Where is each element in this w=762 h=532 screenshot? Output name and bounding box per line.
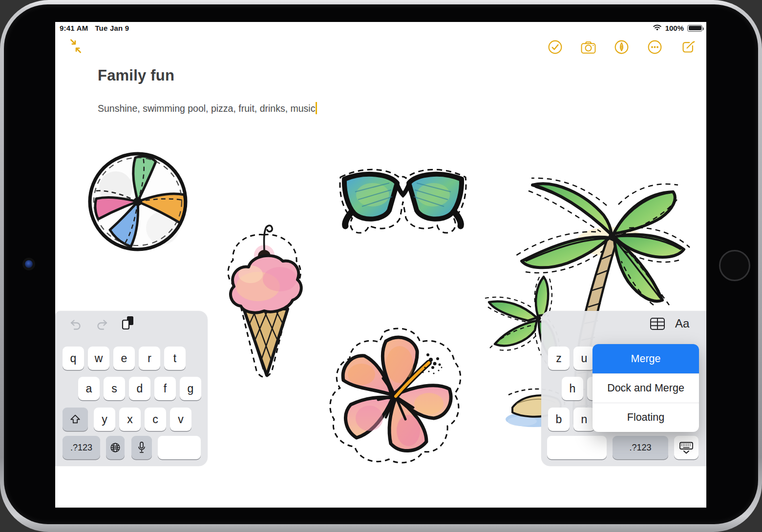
camera-icon[interactable] <box>581 40 596 54</box>
menu-item-floating[interactable]: Floating <box>593 403 699 432</box>
status-date: Tue Jan 9 <box>95 24 129 32</box>
paste-icon[interactable] <box>121 315 135 332</box>
undo-icon[interactable] <box>69 318 83 331</box>
status-bar-left: 9:41 AMTue Jan 9 <box>60 24 129 32</box>
key-d[interactable]: d <box>129 377 150 400</box>
home-button[interactable] <box>719 250 750 281</box>
checklist-icon[interactable] <box>548 40 563 54</box>
key-z[interactable]: z <box>548 347 570 370</box>
key-f[interactable]: f <box>154 377 176 400</box>
keyboard-layout-menu: Merge Dock and Merge Floating <box>593 344 699 432</box>
globe-icon <box>109 441 122 454</box>
key-e[interactable]: e <box>113 347 135 370</box>
note-body-text: Sunshine, swimming pool, pizza, fruit, d… <box>98 103 315 114</box>
sticker-beach-ball[interactable] <box>84 150 192 255</box>
key-c[interactable]: c <box>145 408 166 431</box>
table-icon[interactable] <box>650 317 665 331</box>
sticker-ice-cream-cone[interactable] <box>216 213 314 384</box>
key-w[interactable]: w <box>88 347 109 370</box>
shift-key[interactable] <box>63 408 88 431</box>
text-cursor <box>316 102 317 114</box>
key-a[interactable]: a <box>78 377 100 400</box>
key-q[interactable]: q <box>63 347 84 370</box>
key-y[interactable]: y <box>94 408 115 431</box>
menu-item-dock-and-merge[interactable]: Dock and Merge <box>593 373 699 403</box>
wifi-icon <box>653 23 662 33</box>
key-u[interactable]: u <box>573 347 595 370</box>
format-button[interactable]: Aa <box>675 317 689 330</box>
collapse-note-icon[interactable] <box>68 39 83 54</box>
key-s[interactable]: s <box>104 377 125 400</box>
note-body[interactable]: Sunshine, swimming pool, pizza, fruit, d… <box>98 102 317 114</box>
more-icon[interactable] <box>647 40 662 54</box>
key-x[interactable]: x <box>119 408 141 431</box>
menu-item-merge[interactable]: Merge <box>593 344 699 373</box>
key-n[interactable]: n <box>573 408 595 431</box>
sticker-hibiscus-flower[interactable] <box>326 321 468 467</box>
front-camera <box>25 260 33 268</box>
key-r[interactable]: r <box>139 347 160 370</box>
numbers-key-right[interactable]: .?123 <box>613 436 668 459</box>
redo-icon[interactable] <box>95 318 109 331</box>
dismiss-keyboard-key[interactable] <box>674 436 698 459</box>
key-h[interactable]: h <box>562 377 583 400</box>
keyboard-left-half: q w e r t a s d f g y x c v .?123 <box>55 311 208 466</box>
key-v[interactable]: v <box>170 408 191 431</box>
space-key-right[interactable] <box>547 436 607 459</box>
dismiss-keyboard-icon <box>678 441 694 454</box>
notes-app-screen: 9:41 AMTue Jan 9 100% <box>55 22 706 508</box>
compose-icon[interactable] <box>680 40 696 54</box>
dictation-key[interactable] <box>131 436 152 459</box>
battery-icon <box>687 25 702 32</box>
key-g[interactable]: g <box>180 377 201 400</box>
shift-icon <box>69 413 82 425</box>
sticker-sunglasses[interactable] <box>335 162 471 240</box>
space-key-left[interactable] <box>158 436 201 459</box>
battery-percent: 100% <box>665 24 684 32</box>
ipad-device-edge: 9:41 AMTue Jan 9 100% <box>0 0 762 532</box>
key-b[interactable]: b <box>548 408 570 431</box>
note-toolbar <box>548 40 696 54</box>
markup-icon[interactable] <box>614 40 629 54</box>
numbers-key-left[interactable]: .?123 <box>63 436 100 459</box>
globe-key[interactable] <box>106 436 125 459</box>
status-time: 9:41 AM <box>60 24 88 32</box>
mic-icon <box>135 441 148 454</box>
note-title[interactable]: Family fun <box>98 67 174 84</box>
key-t[interactable]: t <box>164 347 186 370</box>
status-bar-right: 100% <box>653 23 702 33</box>
